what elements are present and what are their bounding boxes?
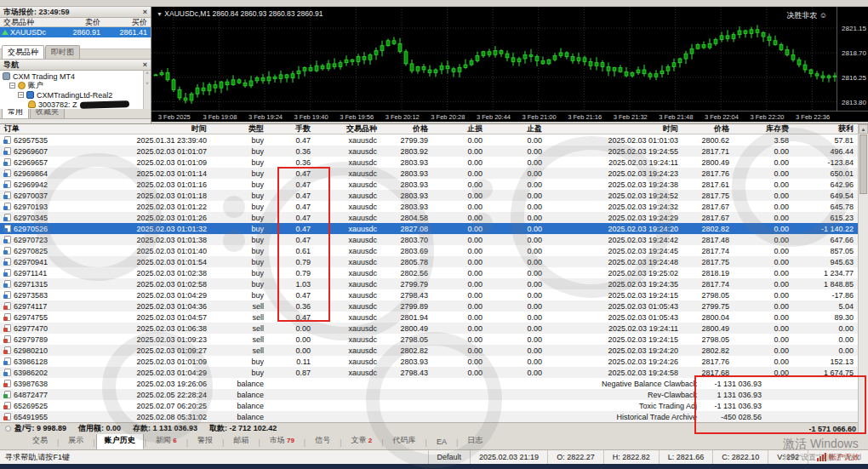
profit: -1 140.22 [793, 225, 858, 233]
table-row[interactable]: 629797892025.02.03 01:09:23sell0.00xauus… [0, 334, 868, 345]
column-header-swap[interactable]: 库存费 [734, 123, 793, 134]
swap: 3.58 [734, 136, 793, 145]
column-header-lots[interactable]: 手数 [268, 123, 315, 134]
table-row[interactable]: 652695252025.02.07 06:20:25balanceToxic … [0, 400, 868, 411]
tab-label: 交易 [32, 436, 48, 444]
symbol: xauusdc [315, 324, 381, 333]
table-row[interactable]: 629747552025.02.03 01:04:57sell0.47xauus… [0, 312, 868, 323]
close-time: 2025.02.03 19:24:48 [546, 258, 682, 266]
tree-item-server[interactable]: − CXMTradingLtd-Real2 [3, 90, 151, 100]
table-row[interactable]: 639862022025.02.03 01:04:29buy0.87xauusd… [0, 367, 868, 378]
order-number: 62970037 [14, 192, 48, 200]
tab-9[interactable]: 文章 2 [343, 432, 381, 449]
tab-7[interactable]: 市场 79 [261, 432, 303, 449]
scrollbar-thumb[interactable] [859, 134, 867, 194]
collapse-icon[interactable]: − [18, 92, 24, 98]
column-header-cprice[interactable]: 价格 [682, 123, 734, 134]
scroll-up-icon[interactable]: ▲ [859, 124, 868, 134]
tab-4[interactable]: 新闻 6 [147, 432, 186, 449]
order-number: 62970193 [14, 203, 48, 211]
table-row[interactable]: 639861282025.02.03 01:01:09buy0.11xauusd… [0, 356, 868, 367]
column-header-oprice[interactable]: 价格 [381, 123, 432, 134]
order-type-icon [4, 225, 11, 232]
column-bid[interactable]: 卖价 [60, 17, 104, 28]
status-connection[interactable]: 帐户无效 [808, 450, 868, 464]
profit: 650.01 [793, 169, 858, 178]
collapse-icon[interactable]: − [9, 83, 15, 89]
tab-tick-chart[interactable]: 即时图 [45, 45, 80, 59]
tab-2[interactable]: 展示 [60, 432, 92, 449]
table-row[interactable]: 629696572025.02.03 01:01:09buy0.36xauusd… [0, 157, 868, 168]
tree-item-accounts[interactable]: − 账户 [3, 81, 151, 90]
table-row[interactable]: 629701932025.02.03 01:01:22buy0.47xauusd… [0, 201, 868, 212]
table-row[interactable]: 629735832025.02.03 01:04:29buy0.47xauusd… [0, 289, 868, 300]
candlestick-chart[interactable] [151, 7, 837, 111]
column-header-ctime[interactable]: 时间 [546, 123, 682, 134]
take-profit: 0.00 [487, 192, 546, 200]
market-watch-row-xauusdc[interactable]: XAUUSDc 2860.91 2861.41 [0, 27, 151, 37]
table-row[interactable]: 629575352025.01.31 23:39:40buy0.47xauusd… [0, 134, 868, 146]
table-row[interactable]: 629709412025.02.03 01:01:54buy0.79xauusd… [0, 256, 868, 267]
take-profit: 0.00 [487, 291, 546, 300]
table-row[interactable]: 639876382025.02.03 19:26:06balanceNegati… [0, 378, 868, 389]
close-price: 2800.49 [682, 324, 734, 333]
table-row[interactable]: 629707232025.02.03 01:01:38buy0.47xauusd… [0, 234, 868, 245]
column-ask[interactable]: 买价 [104, 17, 151, 28]
column-symbol[interactable]: 交易品种 [0, 17, 60, 28]
order-number: 62970526 [14, 225, 48, 233]
swap: 0.00 [734, 214, 793, 222]
table-row[interactable]: 629708252025.02.03 01:01:40buy0.61xauusd… [0, 245, 868, 256]
status-profile[interactable]: Default [428, 450, 471, 464]
time-axis[interactable]: 3 Feb 20253 Feb 19:083 Feb 19:243 Feb 19… [151, 111, 868, 122]
order-type-icon [4, 335, 11, 343]
close-icon[interactable]: × [143, 8, 147, 16]
close-price: 2802.82 [682, 346, 734, 355]
column-header-type[interactable]: 类型 [211, 123, 268, 134]
table-row[interactable]: 629700372025.02.03 01:01:18buy0.47xauusd… [0, 190, 868, 201]
table-row[interactable]: 629696072025.02.03 01:01:07buy0.36xauusd… [0, 146, 868, 157]
order-number: 62979789 [14, 335, 48, 344]
table-row[interactable]: 654919552025.02.08 05:31:02balanceHistor… [0, 411, 868, 422]
column-header-tp[interactable]: 止盈 [487, 123, 546, 134]
column-header-sym[interactable]: 交易品种 [315, 123, 381, 134]
symbol: xauusdc [315, 236, 381, 244]
column-header-profit[interactable]: 获利 [793, 123, 858, 134]
price-axis[interactable]: 2821.152818.702816.252813.80 [837, 7, 868, 111]
tab-10[interactable]: 代码库 [385, 432, 425, 449]
tab-1[interactable]: 交易 [24, 432, 56, 449]
time-tick-label: 3 Feb 22:20 [745, 113, 791, 121]
column-header-otime[interactable]: 时间 [78, 123, 211, 134]
table-row[interactable]: 629699422025.02.03 01:01:16buy0.47xauusd… [0, 179, 868, 190]
table-row[interactable]: 629741172025.02.03 01:04:36sell0.36xauus… [0, 300, 868, 312]
tree-item-account-number[interactable]: 3003782: Z [3, 100, 151, 109]
table-row[interactable]: 629774702025.02.03 01:06:38sell0.00xauus… [0, 323, 868, 334]
table-row[interactable]: 629703452025.02.03 01:01:26buy0.47xauusd… [0, 212, 868, 223]
symbol: xauusdc [315, 346, 381, 355]
tab-3[interactable]: 账户历史 [96, 432, 144, 449]
stop-loss: 0.00 [432, 324, 487, 333]
tab-5[interactable]: 警报 [189, 432, 221, 449]
open-price: 2803.93 [381, 357, 432, 366]
chart-panel[interactable]: ▼ XAUUSDc,M1 2860.84 2860.93 2860.83 286… [151, 7, 868, 122]
tab-12[interactable]: 日志 [459, 432, 491, 449]
navigator-scrollbar[interactable]: ˄˅ [143, 71, 151, 109]
column-header-sl[interactable]: 止损 [432, 123, 487, 134]
symbol-name: XAUUSDc [10, 28, 46, 37]
table-row[interactable]: 629802102025.02.03 01:09:27sell0.00xauus… [0, 345, 868, 356]
tab-symbols[interactable]: 交易品种 [2, 45, 44, 59]
tree-item-platform[interactable]: CXM Trading MT4 [3, 71, 151, 81]
chevron-down-icon[interactable]: ▼ [157, 11, 163, 17]
table-row[interactable]: 629698642025.02.03 01:01:14buy0.47xauusd… [0, 168, 868, 179]
ask-price: 2861.41 [104, 28, 151, 37]
table-row[interactable]: 629705262025.02.03 01:01:32buy0.47xauusd… [0, 223, 868, 234]
close-icon[interactable]: × [143, 60, 147, 69]
history-scrollbar[interactable]: ▲ [858, 124, 868, 434]
table-row[interactable]: 648724772025.02.05 22:28:24balanceRev-Cl… [0, 389, 868, 400]
table-row[interactable]: 629711412025.02.03 01:02:38buy0.79xauusd… [0, 267, 868, 278]
column-header-order[interactable]: 订单 [0, 123, 78, 134]
table-row[interactable]: 629713152025.02.03 01:02:58buy1.03xauusd… [0, 278, 868, 289]
tab-11[interactable]: EA [428, 435, 455, 449]
tab-8[interactable]: 信号 [306, 432, 339, 449]
tab-6[interactable]: 邮箱 [225, 432, 257, 449]
order-type-icon [4, 236, 11, 243]
